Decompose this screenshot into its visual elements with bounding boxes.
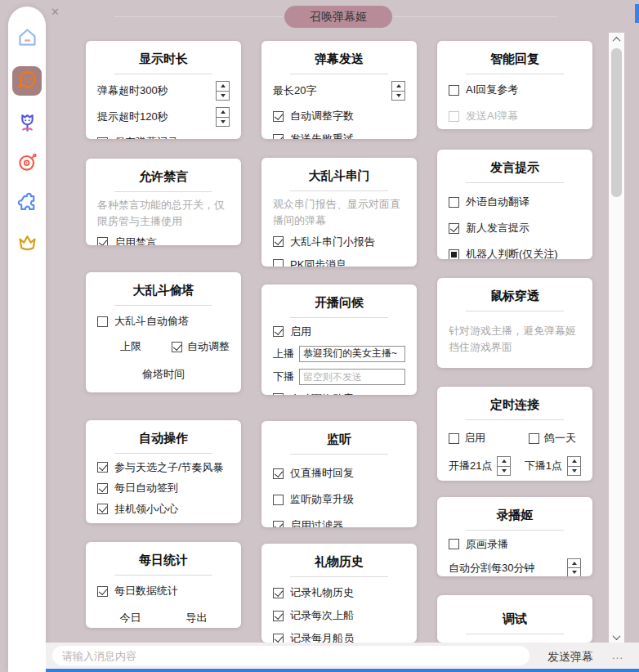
checkbox-icon[interactable] <box>273 634 284 643</box>
tip-timeout-stepper[interactable] <box>216 107 230 127</box>
checkbox-icon[interactable] <box>97 462 108 473</box>
checkbox-icon[interactable] <box>273 259 284 267</box>
stream-off-label: 下播 <box>273 370 294 384</box>
lottery-storm-checkbox[interactable]: 参与天选之子/节奏风暴 <box>97 460 230 475</box>
stepper-up-icon[interactable] <box>217 108 229 118</box>
auto-adjust-checkbox[interactable]: 自动调整 <box>172 339 230 354</box>
sidebar-item-plugin[interactable] <box>15 191 39 216</box>
pk-sync-checkbox[interactable]: PK同步消息 <box>273 258 405 267</box>
checkbox-icon[interactable] <box>172 342 182 352</box>
record-gift-history-checkbox[interactable]: 记录礼物历史 <box>273 585 405 600</box>
start-hour-group: 开播21点 <box>449 456 511 476</box>
checkbox-icon[interactable] <box>97 504 108 514</box>
stream-off-input[interactable] <box>299 369 405 385</box>
checkbox-icon[interactable] <box>273 134 284 140</box>
stepper-up-icon[interactable] <box>568 457 580 467</box>
original-quality-checkbox[interactable]: 原画录播 <box>449 537 581 552</box>
checkbox-icon[interactable] <box>449 197 459 208</box>
sidebar-item-record[interactable] <box>15 151 39 176</box>
checkbox-icon[interactable] <box>449 539 459 549</box>
daily-signin-checkbox[interactable]: 每日自动签到 <box>97 481 230 495</box>
start-hour-stepper[interactable] <box>497 456 511 476</box>
max-length-stepper[interactable] <box>391 81 405 101</box>
stepper-up-icon[interactable] <box>498 457 510 467</box>
timer-enable-checkbox[interactable]: 启用 <box>449 431 485 446</box>
auto-tower-steal-checkbox[interactable]: 大乱斗自动偷塔 <box>97 314 230 329</box>
sidebar-item-vip[interactable] <box>15 231 39 256</box>
checkbox-icon[interactable] <box>273 236 284 247</box>
newcomer-prompt-checkbox[interactable]: 新人发言提示 <box>449 221 581 235</box>
card-title: 大乱斗偷塔 <box>97 283 230 298</box>
stream-on-input[interactable] <box>299 346 405 362</box>
scrollbar-track[interactable] <box>609 33 624 643</box>
checkbox-icon[interactable] <box>449 223 459 234</box>
idle-hearts-checkbox[interactable]: 挂机领小心心 <box>97 502 230 517</box>
daily-data-stats-checkbox[interactable]: 每日数据统计 <box>97 584 230 598</box>
scroll-down-icon[interactable] <box>609 630 624 643</box>
stepper-down-icon[interactable] <box>498 467 510 476</box>
retry-on-fail-checkbox[interactable]: 发送失败重试 <box>273 132 405 139</box>
checkbox-icon[interactable] <box>529 433 539 444</box>
medal-upgrade-checkbox[interactable]: 监听勋章升级 <box>273 492 405 507</box>
checkbox-label: 启用禁言 <box>114 235 157 246</box>
skip-day-checkbox[interactable]: 鸽一天 <box>529 431 576 446</box>
close-icon[interactable]: ✕ <box>51 6 60 18</box>
export-button[interactable]: 导出 <box>186 611 208 625</box>
auto-translate-checkbox[interactable]: 外语自动翻译 <box>449 195 581 209</box>
checkbox-icon[interactable] <box>97 137 108 140</box>
checkbox-icon[interactable] <box>449 433 459 444</box>
checkbox-icon[interactable] <box>449 249 459 260</box>
record-guard-join-checkbox[interactable]: 记录每次上船 <box>273 608 405 623</box>
checkbox-icon[interactable] <box>97 316 108 327</box>
stepper-down-icon[interactable] <box>568 568 580 576</box>
card-divider <box>466 182 564 183</box>
checkbox-icon[interactable] <box>273 495 284 505</box>
stepper-down-icon[interactable] <box>568 467 580 476</box>
enable-filter-checkbox[interactable]: 启用过滤器 <box>273 518 405 527</box>
message-input[interactable] <box>52 646 530 665</box>
enable-mute-checkbox[interactable]: 启用禁言 <box>97 235 230 246</box>
visit-report-checkbox[interactable]: 大乱斗串门小报告 <box>273 235 405 249</box>
save-danmaku-log-checkbox[interactable]: 保存弹幕记录 <box>97 135 230 139</box>
checkbox-icon[interactable] <box>273 468 284 479</box>
stepper-up-icon[interactable] <box>568 559 580 569</box>
auto-split-stepper[interactable] <box>567 558 581 577</box>
tower-limit-button[interactable]: 上限 <box>120 339 141 354</box>
more-options-button[interactable]: … <box>611 643 625 669</box>
stepper-down-icon[interactable] <box>217 92 229 101</box>
sidebar-item-flower[interactable] <box>15 111 39 136</box>
card-divider <box>290 190 388 191</box>
stepper-down-icon[interactable] <box>392 92 404 101</box>
stepper-down-icon[interactable] <box>217 118 229 127</box>
checkbox-icon[interactable] <box>273 588 284 598</box>
stepper-up-icon[interactable] <box>392 82 404 92</box>
ai-reply-reference-checkbox[interactable]: AI回复参考 <box>449 83 581 97</box>
scrollbar-thumb[interactable] <box>611 48 622 197</box>
checkbox-icon[interactable] <box>449 85 459 96</box>
checkbox-icon[interactable] <box>97 483 108 494</box>
record-monthly-guard-checkbox[interactable]: 记录每月船员 <box>273 631 405 643</box>
checkbox-icon[interactable] <box>273 521 284 528</box>
reply-only-live-checkbox[interactable]: 仅直播时回复 <box>273 466 405 481</box>
checkbox-icon[interactable] <box>273 393 284 395</box>
send-danmaku-button[interactable]: 发送弹幕 <box>543 643 598 669</box>
checkbox-icon[interactable] <box>273 326 284 337</box>
sidebar-item-home[interactable] <box>15 26 39 51</box>
end-hour-stepper[interactable] <box>567 456 581 476</box>
sidebar-item-danmaku[interactable] <box>12 66 42 96</box>
danmaku-timeout-stepper[interactable] <box>216 81 230 101</box>
today-button[interactable]: 今日 <box>120 611 141 625</box>
steal-time-button[interactable]: 偷塔时间 <box>97 367 230 382</box>
checkbox-icon[interactable] <box>97 237 108 245</box>
summon-danmaku-button[interactable]: 召唤弹幕姬 <box>284 6 392 28</box>
checkbox-icon[interactable] <box>97 586 108 597</box>
gift-expiring-checkbox[interactable]: 赠送到期礼物 <box>97 522 230 523</box>
scroll-up-icon[interactable] <box>609 33 624 46</box>
checkbox-icon[interactable] <box>273 111 284 122</box>
auto-change-medal-checkbox[interactable]: 自动更换勋章 <box>273 392 405 396</box>
stepper-up-icon[interactable] <box>217 82 229 92</box>
auto-adjust-length-checkbox[interactable]: 自动调整字数 <box>273 109 405 123</box>
greeting-enable-checkbox[interactable]: 启用 <box>273 325 405 339</box>
checkbox-icon[interactable] <box>273 611 284 621</box>
robot-detect-checkbox[interactable]: 机器人判断(仅关注) <box>449 247 581 259</box>
